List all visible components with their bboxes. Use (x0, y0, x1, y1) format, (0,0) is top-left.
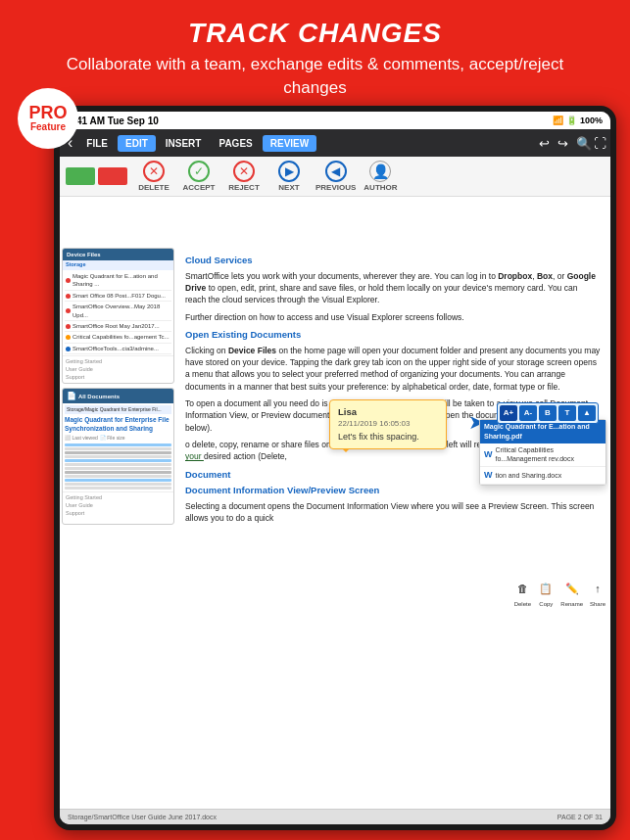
files-popup-item2-text: tion and Sharing.docx (496, 471, 562, 481)
files-popup-item[interactable]: W Critical Capabilities fo...Management … (480, 443, 606, 468)
preview-line (65, 463, 171, 466)
meta-info: ⬜ Last viewed 📄 File size (65, 435, 171, 442)
share-label: Share (590, 600, 606, 608)
undo-button[interactable]: ↩ (539, 136, 550, 151)
delete-label: Delete (514, 600, 531, 608)
accept-icon: ✓ (188, 161, 210, 182)
delete-action[interactable]: ✕ DELETE (135, 161, 172, 192)
delete-icon: ✕ (143, 161, 165, 182)
format-A-button[interactable]: A+ (500, 405, 517, 421)
tab-review[interactable]: REVIEW (263, 135, 316, 152)
accept-action[interactable]: ✓ ACCEPT (180, 161, 218, 192)
preview-line (65, 471, 171, 474)
next-action[interactable]: ▶ NEXT (270, 161, 308, 192)
preview-line (65, 443, 171, 446)
list-item: SmartOfficeTools...cia3/admine... (65, 344, 171, 354)
word-icon2: W (484, 469, 493, 482)
app-icon: 📄 (67, 391, 76, 401)
section6-paragraph: Selecting a document opens the Document … (185, 500, 601, 525)
files-popup-item2[interactable]: W tion and Sharing.docx (480, 467, 606, 485)
word-icon: W (484, 448, 493, 461)
format-A2-button[interactable]: A- (519, 405, 537, 421)
fullscreen-button[interactable]: ⛶ (594, 136, 606, 151)
previous-action[interactable]: ◀ PREVIOUS (315, 161, 356, 192)
status-time: 9:41 AM Tue Sep 10 (68, 116, 159, 126)
storage-label: Storage (63, 260, 173, 270)
comment-date: 22/11/2019 16:05:03 (338, 418, 438, 429)
section-title-open: Open Existing Documents (185, 328, 601, 342)
battery-icon: 🔋 (566, 116, 577, 125)
app-subtitle: Collaborate with a team, exchange edits … (39, 53, 591, 100)
next-icon: ▶ (278, 161, 300, 182)
sidebar-nav2: Getting StartedUser GuideSupport (63, 491, 173, 519)
format-type-button[interactable]: T (558, 405, 576, 421)
dot-icon (66, 294, 71, 299)
format-color-button[interactable]: ▲ (578, 405, 596, 421)
document-content: Device Files Storage Magic Quadrant for … (60, 197, 610, 824)
status-bar-bottom: Storage/SmartOffice User Guide June 2017… (60, 809, 610, 824)
file-path: Storage/SmartOffice User Guide June 2017… (68, 813, 217, 822)
mini-doc-files: Device Files Storage Magic Quadrant for … (62, 248, 174, 384)
share-file-button[interactable]: ↑ Share (589, 581, 606, 608)
preview-line (65, 483, 171, 486)
status-icons: 📶 🔋 100% (553, 116, 603, 125)
reject-action[interactable]: ✕ REJECT (225, 161, 263, 192)
app-header: Track Changes Collaborate with a team, e… (0, 0, 630, 110)
mini-doc-panel-1: Device Files Storage Magic Quadrant for … (62, 248, 174, 780)
top-toolbar: ‹ FILE EDIT INSERT PAGES REVIEW ↩ ↪ 🔍 ⛶ (60, 129, 610, 157)
list-item: Critical Capabilities fo...agement Tc... (65, 332, 171, 343)
author-icon: 👤 (369, 161, 391, 182)
tab-insert[interactable]: INSERT (158, 135, 210, 152)
comment-content: Lisa 22/11/2019 16:05:03 Let's fix this … (329, 399, 447, 449)
tab-edit[interactable]: EDIT (118, 135, 156, 152)
storage-path: Storage/Magic Quadrant for Enterprise Fi… (65, 405, 171, 414)
color-blocks (66, 167, 127, 185)
document-text: Cloud Services SmartOffice lets you work… (177, 248, 608, 536)
reject-icon: ✕ (233, 161, 255, 182)
delete-file-button[interactable]: 🗑 Delete (513, 581, 531, 608)
mini-doc-header: Device Files (63, 249, 173, 260)
section2-paragraph: Clicking on Device Files on the home pag… (185, 345, 601, 393)
rename-label: Rename (560, 600, 583, 608)
dot-icon (66, 278, 71, 283)
files-popup: Magic Quadrant for E...ation and Sharing… (479, 419, 606, 486)
copy-file-button[interactable]: 📋 Copy (537, 581, 555, 608)
sidebar-nav: Getting StartedUser GuideSupport (63, 355, 173, 383)
track-green-block (66, 167, 95, 185)
previous-icon: ◀ (325, 161, 347, 182)
section1-paragraph: SmartOffice lets you work with your docu… (185, 270, 601, 306)
toolbar-icons: ↩ ↪ 🔍 (539, 136, 592, 151)
rename-file-button[interactable]: ✏️ Rename (560, 581, 583, 608)
files-popup-item-text: Critical Capabilities fo...Management re… (496, 445, 603, 465)
rename-icon: ✏️ (563, 581, 581, 598)
doc-preview-lines (65, 443, 171, 490)
dot-icon (66, 335, 71, 340)
search-icon[interactable]: 🔍 (576, 136, 592, 151)
preview-line (65, 455, 171, 458)
device-frame: 9:41 AM Tue Sep 10 📶 🔋 100% ‹ FILE EDIT … (54, 106, 616, 830)
comment-bubble[interactable]: Lisa 22/11/2019 16:05:03 Let's fix this … (329, 399, 447, 449)
device-screen: 9:41 AM Tue Sep 10 📶 🔋 100% ‹ FILE EDIT … (60, 112, 610, 824)
preview-line (65, 459, 171, 462)
section-title-cloud: Cloud Services (185, 254, 601, 267)
status-bar: 9:41 AM Tue Sep 10 📶 🔋 100% (60, 112, 610, 129)
list-item: Smart Office 08 Post...F017 Dogu... (65, 291, 171, 302)
wifi-icon: 📶 (553, 116, 563, 125)
dot-icon (66, 324, 71, 329)
dot-icon (66, 347, 71, 351)
pro-label: PRO (28, 104, 67, 121)
format-bold-button[interactable]: B (539, 405, 557, 421)
share-icon: ↑ (589, 581, 606, 598)
app-title: Track Changes (39, 18, 591, 49)
tab-pages[interactable]: PAGES (211, 135, 260, 152)
list-item: Magic Quadrant for E...ation and Sharing… (65, 271, 171, 291)
redo-button[interactable]: ↪ (557, 136, 568, 151)
page-number: PAGE 2 OF 31 (557, 813, 603, 822)
author-action[interactable]: 👤 AUTHOR (363, 161, 397, 192)
tab-file[interactable]: FILE (78, 135, 116, 152)
list-item: SmartOffice Root May Jan2017... (65, 321, 171, 332)
preview-line (65, 467, 171, 470)
preview-line (65, 451, 171, 454)
preview-line (65, 475, 171, 478)
list-item: SmartOffice Overview...May 2018 Upd... (65, 302, 171, 321)
